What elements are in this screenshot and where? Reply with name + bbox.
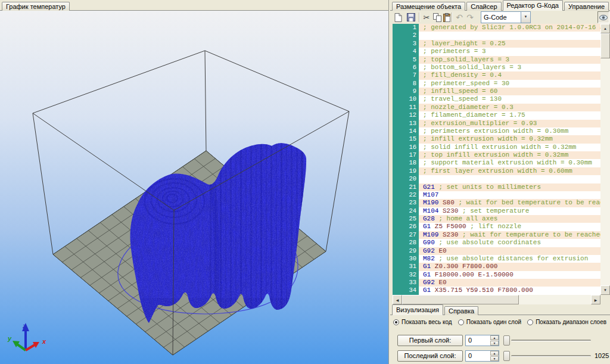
code-line[interactable] (419, 175, 600, 183)
code-line[interactable]: ; fill_density = 0.4 (419, 71, 600, 79)
visualization-panel: Визуализация Справка Показать весь кодПо… (390, 304, 610, 364)
gcode-editor[interactable]: 1234567891011121314151617181920212223242… (393, 24, 600, 295)
tab-slicer[interactable]: Слайсер (466, 2, 501, 11)
code-line[interactable]: G92 E0 (419, 247, 600, 255)
radio-option-1[interactable]: Показать один слой (458, 319, 521, 325)
code-line[interactable]: ; filament_diameter = 1.75 (419, 111, 600, 119)
save-button[interactable] (406, 12, 416, 23)
code-line[interactable]: ; first layer extrusion width = 0.60mm (419, 167, 600, 175)
dropdown-arrow-icon[interactable]: ▼ (521, 12, 530, 23)
code-line[interactable]: ; solid infill extrusion width = 0.32mm (419, 144, 600, 151)
first-layer-spinner[interactable]: 0 ▲ ▼ (465, 335, 499, 346)
code-segment: G1 (423, 223, 431, 230)
code-segment: S230 (438, 207, 458, 214)
code-segment: ; use absolute coordinates (435, 239, 541, 246)
cut-button[interactable]: ✂ (421, 12, 432, 23)
last-layer-button[interactable]: Последний слой: (397, 350, 463, 362)
tab-gcode-editor[interactable]: Редактор G-Кода (503, 0, 563, 11)
code-line[interactable]: G1 Z0.300 F7800.000 (419, 263, 600, 270)
code-segment: ; extrusion_multiplier = 0.93 (423, 120, 537, 127)
code-segment: ; generated by Slic3r 1.0.0RC3 on 2014-0… (423, 24, 600, 31)
code-segment: ; infill_speed = 60 (423, 88, 497, 95)
scroll-left-button[interactable]: ◀ (393, 295, 402, 304)
code-segment: ; lift nozzle (466, 223, 521, 230)
horizontal-scroll-thumb[interactable] (402, 295, 519, 304)
code-line[interactable]: ; perimeter_speed = 30 (419, 80, 600, 88)
spin-up-icon[interactable]: ▲ (490, 351, 499, 356)
code-line[interactable]: G21 ; set units to millimeters (419, 183, 600, 191)
code-line[interactable]: G1 F18000.000 E-1.50000 (419, 271, 600, 279)
gcode-text-area[interactable]: ; generated by Slic3r 1.0.0RC3 on 2014-0… (419, 24, 600, 295)
line-number: 30 (393, 255, 419, 263)
radio-icon[interactable] (527, 319, 533, 325)
last-layer-value: 0 (468, 352, 472, 359)
code-segment: ; infill extrusion width = 0.32mm (423, 135, 553, 142)
radio-icon[interactable] (458, 319, 464, 325)
tab-help[interactable]: Справка (444, 306, 478, 315)
code-line[interactable]: ; generated by Slic3r 1.0.0RC3 on 2014-0… (419, 24, 600, 32)
code-line[interactable] (419, 32, 600, 39)
code-line[interactable]: ; infill_speed = 60 (419, 88, 600, 95)
new-file-button[interactable] (393, 12, 403, 23)
gcode-type-dropdown[interactable]: G-Code ▼ (481, 11, 531, 23)
paste-button[interactable] (441, 12, 452, 23)
code-line[interactable]: G28 ; home all axes (419, 215, 600, 223)
code-line[interactable]: ; extrusion_multiplier = 0.93 (419, 120, 600, 127)
code-line[interactable]: M107 (419, 191, 600, 199)
last-layer-slider-thumb[interactable] (503, 351, 510, 361)
spin-down-icon[interactable]: ▼ (490, 341, 499, 346)
code-line[interactable]: M109 S230 ; wait for temperature to be r… (419, 231, 600, 239)
code-line[interactable]: ; top infill extrusion width = 0.32mm (419, 151, 600, 159)
tab-object-placement[interactable]: Размещение объекта (392, 2, 465, 11)
code-segment: ; set units to millimeters (435, 183, 541, 191)
line-number: 13 (393, 120, 419, 127)
code-line[interactable]: ; bottom_solid_layers = 3 (419, 64, 600, 71)
code-segment: M109 (423, 231, 438, 238)
tab-visualization[interactable]: Визуализация (392, 304, 443, 315)
first-layer-value: 0 (468, 337, 472, 344)
code-line[interactable]: ; perimeters extrusion width = 0.30mm (419, 127, 600, 135)
code-line[interactable]: M82 ; use absolute distances for extrusi… (419, 255, 600, 263)
code-line[interactable]: ; nozzle_diameter = 0.3 (419, 104, 600, 111)
spin-down-icon[interactable]: ▼ (490, 356, 499, 361)
editor-horizontal-scrollbar[interactable]: ◀ ▶ (393, 295, 600, 304)
tab-temperature-graph[interactable]: График температур (2, 2, 70, 11)
first-layer-slider-track[interactable] (511, 340, 591, 341)
redo-button[interactable]: ↷ (465, 12, 475, 23)
code-segment: Z5 F5000 (431, 223, 466, 230)
vertical-scroll-thumb[interactable] (600, 33, 610, 58)
first-layer-button[interactable]: Первый слой: (397, 335, 463, 346)
spin-up-icon[interactable]: ▲ (490, 335, 499, 340)
scroll-up-button[interactable]: ▲ (600, 24, 610, 33)
code-line[interactable]: ; travel_speed = 130 (419, 95, 600, 103)
code-line[interactable]: M104 S230 ; set temperature (419, 207, 600, 215)
3d-viewport[interactable]: z y x (0, 11, 388, 364)
code-segment: G1 (423, 271, 431, 278)
code-segment: ; nozzle_diameter = 0.3 (423, 104, 513, 111)
scroll-down-button[interactable]: ▼ (600, 285, 610, 295)
code-line[interactable]: ; top_solid_layers = 3 (419, 56, 600, 64)
last-layer-slider-track[interactable] (511, 355, 591, 357)
editor-vertical-scrollbar[interactable]: ▲ ▼ (600, 24, 610, 295)
code-line[interactable]: ; layer_height = 0.25 (419, 40, 600, 48)
code-line[interactable]: ; perimeters = 3 (419, 48, 600, 55)
first-layer-slider-thumb[interactable] (503, 335, 510, 346)
code-line[interactable]: G90 ; use absolute coordinates (419, 239, 600, 247)
code-line[interactable]: ; infill extrusion width = 0.32mm (419, 135, 600, 143)
tab-control[interactable]: Управление (564, 2, 609, 11)
eye-toggle-button[interactable] (597, 11, 609, 23)
code-line[interactable]: G1 X35.715 Y59.510 F7800.000 (419, 287, 600, 294)
code-line[interactable]: G1 Z5 F5000 ; lift nozzle (419, 223, 600, 231)
scroll-right-button[interactable]: ▶ (591, 295, 600, 304)
radio-option-0[interactable]: Показать весь код (393, 319, 452, 325)
code-segment: F18000.000 E-1.50000 (431, 271, 513, 278)
last-layer-spinner[interactable]: 0 ▲ ▼ (465, 350, 499, 362)
undo-button[interactable]: ↶ (454, 12, 465, 23)
radio-option-2[interactable]: Показать диапазон слоев (527, 319, 606, 325)
code-line[interactable]: ; support material extrusion width = 0.3… (419, 159, 600, 167)
line-number: 7 (393, 71, 419, 79)
radio-icon[interactable] (393, 319, 399, 325)
code-line[interactable]: G92 E0 (419, 279, 600, 287)
line-number: 9 (393, 88, 419, 95)
code-line[interactable]: M190 S80 ; wait for bed temperature to b… (419, 199, 600, 207)
